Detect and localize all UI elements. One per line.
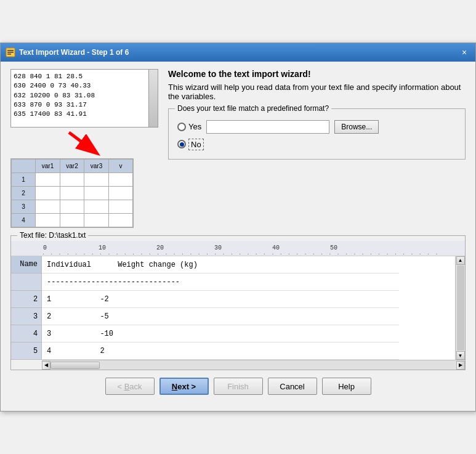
scrollbar-right-arrow[interactable]: ▶ — [456, 361, 465, 370]
welcome-title: Welcome to the text import wizard! — [168, 69, 466, 79]
horizontal-scrollbar[interactable]: ◀ ▶ — [42, 360, 465, 370]
right-section: Welcome to the text import wizard! This … — [168, 69, 466, 228]
data-cell-4: 4 2 — [42, 343, 399, 360]
preview-line-5: 635 17400 83 41.91 — [14, 110, 155, 119]
preview-line-4: 633 870 0 93 31.17 — [14, 100, 155, 110]
scrollbar-h-thumb — [50, 362, 100, 369]
grid-preview: var1 var2 var3 v 1 — [10, 158, 134, 228]
no-text: No — [188, 139, 204, 150]
svg-rect-1 — [7, 50, 14, 51]
vertical-scrollbar[interactable]: ▲ ▼ — [455, 256, 465, 360]
preview-line-3: 632 10200 0 83 31.08 — [14, 91, 155, 100]
data-wrapper: Name 2 3 4 5 Individual Weight change — [11, 256, 465, 360]
scrollbar-left-arrow[interactable]: ◀ — [42, 361, 50, 370]
no-row: No — [177, 139, 456, 150]
radio-yes-label[interactable]: Yes — [177, 122, 201, 131]
row-num-blank1 — [11, 274, 41, 291]
close-button[interactable]: × — [458, 46, 470, 59]
grid-row-4: 4 — [12, 213, 133, 227]
data-cell-divider: ------------------------------ — [42, 274, 399, 291]
predefined-format-input[interactable] — [206, 120, 329, 134]
data-cell-2: 2 -5 — [42, 308, 399, 325]
radio-no-dot — [177, 140, 186, 148]
svg-text:..............................: ........................................… — [42, 250, 442, 256]
next-button[interactable]: Next > — [159, 378, 209, 395]
grid-row-1: 1 — [12, 172, 133, 186]
yes-row: Yes Browse... — [177, 120, 456, 134]
data-cell-header: Individual Weight change (kg) — [42, 256, 399, 274]
window-title: Text Import Wizard - Step 1 of 6 — [19, 48, 129, 57]
row-num-5: 5 — [11, 343, 41, 360]
data-row-4: 4 2 — [42, 343, 399, 360]
row-num-3: 3 — [11, 308, 41, 325]
preview-line-1: 628 840 1 81 28.5 — [14, 72, 155, 81]
yes-text: Yes — [188, 122, 201, 131]
row-num-4: 4 — [11, 325, 41, 343]
main-window: Text Import Wizard - Step 1 of 6 × 628 8… — [0, 43, 476, 412]
ruler-spacer — [11, 242, 42, 256]
col-v: v — [108, 159, 132, 172]
preview-area: 628 840 1 81 28.5 630 2400 0 73 40.33 63… — [10, 69, 158, 228]
text-preview: 628 840 1 81 28.5 630 2400 0 73 40.33 63… — [10, 69, 158, 128]
col-var3: var3 — [84, 159, 109, 172]
col-var2: var2 — [60, 159, 84, 172]
grid-row-2: 2 — [12, 186, 133, 200]
ruler-container: 0 10 20 30 40 50 .......................… — [11, 241, 465, 256]
help-button[interactable]: Help — [322, 378, 371, 395]
col-var1: var1 — [36, 159, 60, 172]
content-area: 628 840 1 81 28.5 630 2400 0 73 40.33 63… — [1, 62, 475, 411]
data-row-1: 1 -2 — [42, 291, 399, 308]
top-section: 628 840 1 81 28.5 630 2400 0 73 40.33 63… — [10, 69, 466, 228]
cancel-button[interactable]: Cancel — [268, 378, 317, 395]
welcome-description: This wizard will help you read data from… — [168, 83, 466, 101]
ruler-track: 0 10 20 30 40 50 .......................… — [42, 242, 465, 256]
data-content[interactable]: Individual Weight change (kg) ----------… — [42, 256, 455, 360]
finish-button[interactable]: Finish — [214, 378, 263, 395]
red-arrow-icon — [60, 128, 109, 158]
textfile-inner: 0 10 20 30 40 50 .......................… — [11, 241, 465, 370]
grid-table: var1 var2 var3 v 1 — [11, 159, 133, 227]
svg-rect-3 — [7, 54, 11, 55]
data-cell-3: 3 -10 — [42, 325, 399, 343]
data-table: Individual Weight change (kg) ----------… — [42, 256, 399, 360]
welcome-text: Welcome to the text import wizard! This … — [168, 69, 466, 101]
back-button[interactable]: < Back — [105, 378, 155, 395]
data-row-2: 2 -5 — [42, 308, 399, 325]
radio-yes-dot — [177, 123, 186, 131]
svg-line-5 — [69, 132, 95, 152]
titlebar: Text Import Wizard - Step 1 of 6 × — [1, 43, 475, 62]
scrollbar-h-track — [50, 362, 456, 369]
app-icon — [6, 47, 15, 57]
predefined-group: Does your text file match a predefined f… — [168, 108, 466, 160]
svg-rect-2 — [7, 52, 14, 53]
textfile-legend: Text file: D:\task1.txt — [17, 231, 88, 240]
data-row-divider: ------------------------------ — [42, 274, 399, 291]
preview-line-2: 630 2400 0 73 40.33 — [14, 81, 155, 91]
grid-row-3: 3 — [12, 200, 133, 213]
arrow-indicator — [10, 128, 158, 158]
titlebar-left: Text Import Wizard - Step 1 of 6 — [6, 47, 129, 57]
scrollbar-down-arrow[interactable]: ▼ — [456, 351, 465, 360]
row-num-2: 2 — [11, 291, 41, 308]
data-cell-1: 1 -2 — [42, 291, 399, 308]
textfile-group: Text file: D:\task1.txt 0 10 20 30 40 5 — [10, 235, 466, 371]
scrollbar-track — [457, 266, 464, 351]
row-numbers: Name 2 3 4 5 — [11, 256, 42, 360]
data-row-header: Individual Weight change (kg) — [42, 256, 399, 274]
button-row: < Back Next > Finish Cancel Help — [10, 370, 466, 403]
predefined-legend: Does your text file match a predefined f… — [175, 104, 331, 113]
radio-no-label[interactable]: No — [177, 139, 204, 150]
scrollbar-up-arrow[interactable]: ▲ — [456, 256, 465, 265]
browse-button[interactable]: Browse... — [334, 120, 379, 134]
row-header-name: Name — [11, 256, 41, 274]
data-row-3: 3 -10 — [42, 325, 399, 343]
ruler-svg: 0 10 20 30 40 50 .......................… — [42, 242, 442, 256]
